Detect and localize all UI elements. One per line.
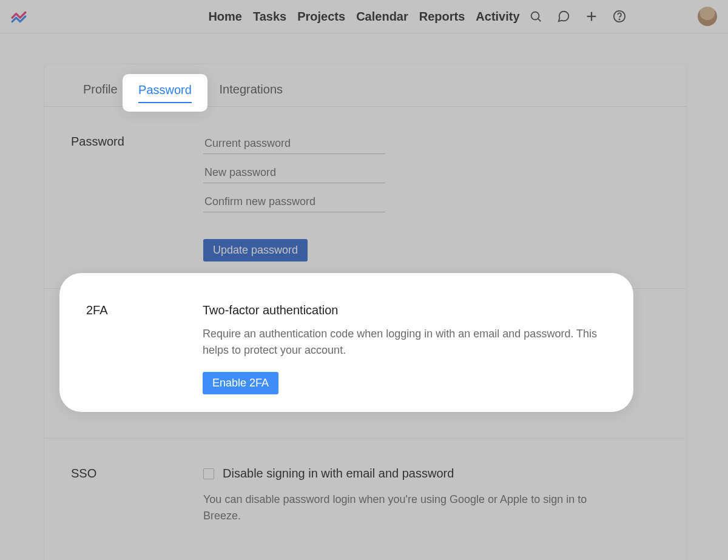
nav-home[interactable]: Home (208, 10, 242, 24)
section-password: Password Update password (44, 107, 686, 289)
sso-desc: You can disable password login when you'… (203, 491, 604, 524)
current-password-input[interactable] (203, 135, 385, 154)
nav-calendar[interactable]: Calendar (356, 10, 408, 24)
highlight-password-tab-label: Password (138, 83, 192, 103)
highlight-enable-2fa-button[interactable]: Enable 2FA (203, 372, 278, 394)
nav-tasks[interactable]: Tasks (253, 10, 286, 24)
update-password-button[interactable]: Update password (203, 239, 308, 261)
nav-activity[interactable]: Activity (476, 10, 519, 24)
tab-profile[interactable]: Profile (81, 76, 120, 106)
new-password-input[interactable] (203, 164, 385, 183)
section-sso: SSO Disable signing in with email and pa… (44, 439, 686, 551)
sso-checkbox-label: Disable signing in with email and passwo… (223, 467, 454, 481)
main-nav: Home Tasks Projects Calendar Reports Act… (208, 10, 519, 24)
app-logo-icon (11, 8, 27, 24)
svg-point-0 (531, 12, 539, 20)
chat-icon[interactable] (556, 9, 571, 24)
search-icon[interactable] (528, 9, 543, 24)
highlight-2fa-section: 2FA Two-factor authentication Require an… (59, 273, 633, 412)
nav-projects[interactable]: Projects (297, 10, 345, 24)
avatar[interactable] (698, 7, 717, 26)
tab-integrations[interactable]: Integrations (217, 76, 286, 106)
top-icons (528, 7, 717, 26)
plus-icon[interactable] (584, 9, 599, 24)
svg-point-5 (619, 19, 619, 19)
svg-line-1 (538, 19, 541, 21)
confirm-password-input[interactable] (203, 193, 385, 212)
top-bar: Home Tasks Projects Calendar Reports Act… (0, 0, 728, 33)
highlight-2fa-label: 2FA (86, 303, 203, 388)
nav-reports[interactable]: Reports (419, 10, 465, 24)
sso-disable-checkbox[interactable] (203, 468, 214, 479)
highlight-tfa-heading: Two-factor authentication (203, 303, 603, 317)
help-icon[interactable] (612, 9, 627, 24)
highlight-tfa-desc: Require an authentication code when logg… (203, 326, 603, 359)
section-sso-label: SSO (71, 467, 203, 524)
highlight-password-tab: Password (123, 74, 207, 112)
section-password-label: Password (71, 135, 203, 261)
